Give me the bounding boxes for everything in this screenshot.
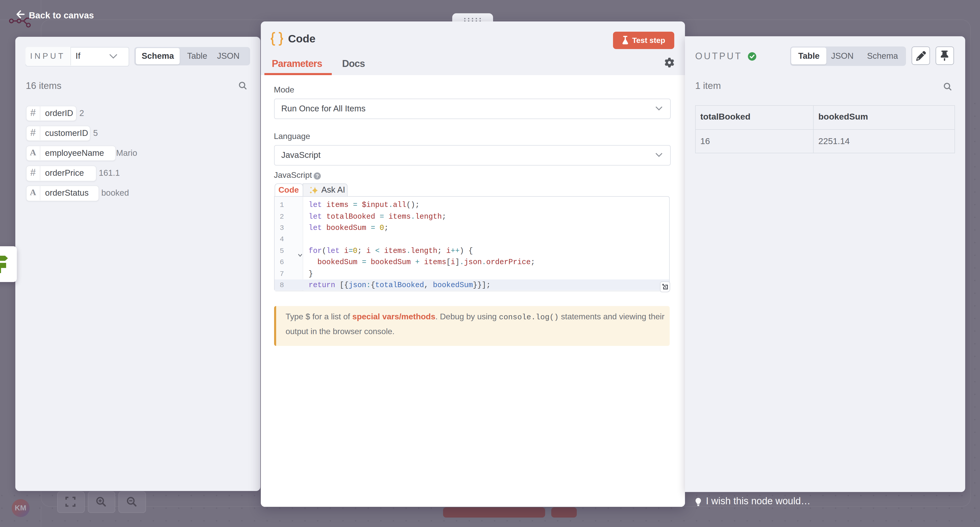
svg-text:?: ?: [316, 173, 319, 179]
